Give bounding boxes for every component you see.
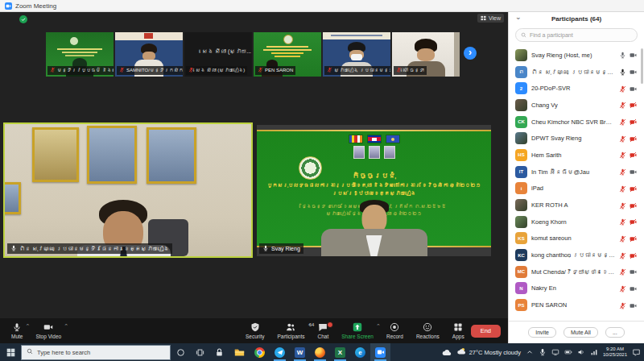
participant-row[interactable]: Koeng Khorn [509,214,644,230]
banner-portrait-2 [369,146,380,159]
toolbar-record-button[interactable]: Record [380,318,410,343]
chat-notification-dot [327,322,333,328]
avatar: N [515,282,527,294]
collapse-panel-icon[interactable]: ⌄ [515,13,522,21]
mute-all-button[interactable]: Mute All [564,327,598,338]
avatar: KS [515,232,527,244]
word-icon[interactable]: W [290,343,310,361]
participant-row[interactable]: 220-PDoP-SVR [509,80,644,97]
toolbar-share-screen-button[interactable]: Share Screen⌃ [335,318,380,343]
participant-search-input[interactable]: Find a participant [515,28,638,42]
weather-widget[interactable]: 27°C Mostly cloudy [456,346,521,358]
excel-icon[interactable]: X [330,343,350,361]
toolbar-stop-video-button[interactable]: Stop Video⌃ [29,318,68,343]
start-button[interactable] [0,343,21,361]
thumb-seal [70,37,78,45]
toolbar-chat-button[interactable]: Chat [311,318,335,343]
invite-button[interactable]: Invite [528,327,556,338]
participant-row[interactable]: KER ROTH A [509,197,644,214]
telegram-icon[interactable] [270,343,290,361]
action-center-icon[interactable] [632,348,641,357]
meeting-security-shield-icon[interactable] [19,15,27,23]
participant-status-icons [619,114,637,129]
video-thumbnail[interactable]: PEN SARON [254,32,321,77]
active-speaker-name-label: ពិន សុវណ្ណ ប្រធានមន្ទីរផែនការខេត្តស្វាយរ… [7,243,172,254]
banner-title: កិច្ចប្រជុំ [257,172,491,180]
participant-name: Chang Vy [531,102,615,109]
window-title: Zoom Meeting [15,2,56,10]
participant-row[interactable]: CKCheu Kimchor NBC SVR Branch [509,114,644,131]
participant-row[interactable]: HSHem Sarith [509,147,644,164]
file-explorer-icon[interactable] [229,343,250,361]
cortana-icon[interactable] [171,343,190,361]
participant-row[interactable]: Svay Rieng (Host, me) [509,47,644,64]
end-meeting-button[interactable]: End [471,325,501,338]
chrome-icon[interactable] [250,343,270,361]
thumb-face-mask [351,54,362,60]
main-video-left[interactable]: ពិន សុវណ្ណ ប្រធានមន្ទីរផែនការខេត្តស្វាយរ… [3,122,253,258]
thumb-center-name: សេង សីលា (ស្វាយ... [202,48,250,54]
lock-app-icon[interactable] [209,343,229,361]
video-thumbnail[interactable]: សេង សីលា (ស្វាយ...សេង សីលា (ស្វាយរៀង) [184,32,252,77]
toolbar-apps-button[interactable]: Apps [446,318,471,343]
participant-row[interactable]: PSPEN SARON [509,297,644,313]
share-screen-icon [353,322,362,333]
task-view-icon[interactable] [190,343,209,361]
wall-portrait-2 [87,126,137,184]
toolbar-security-button[interactable]: Security [239,318,270,343]
main-video-right[interactable]: កិច្ចប្រជុំ បូកសរុបលទ្ធផលការងារប្រចាំខែត… [257,125,491,256]
scrollbar-thumb[interactable] [641,48,643,84]
participant-row[interactable]: ITIn Tim អ៊ីនធីម@Jau [509,164,644,180]
chevron-up-icon[interactable] [526,348,534,356]
taskbar-clock[interactable]: 9:20 AM 10/25/2021 [603,346,627,358]
tray-mic-icon[interactable] [539,348,547,356]
participant-status-icons [619,64,637,79]
participant-row[interactable]: MCMut Chenda/វិទ្យាស្ថានខេត្តស្វាយរៀង [509,263,644,280]
battery-icon[interactable] [564,348,572,356]
camera-off-icon [630,131,637,146]
video-thumbnail[interactable]: មន្ទីរវប្បធម៌ និងស្វាយរៀង [46,32,114,77]
speaker-icon[interactable] [577,348,585,356]
mic-muted-icon [50,67,56,74]
camera-on-icon [630,81,637,96]
more-options-button[interactable]: ... [605,327,625,338]
participant-status-icons [619,147,637,162]
toolbar-reactions-button[interactable]: Reactions [410,318,446,343]
toolbar-mute-button[interactable]: Mute⌃ [5,318,29,343]
mic-muted-icon [619,131,626,146]
participant-row[interactable]: iiPad [509,180,644,197]
taskbar-search-input[interactable]: Type here to search [21,345,171,360]
participant-row[interactable]: KCkong chanthon ប្រធានមន្ទីរសុខាភិបាលខេត… [509,247,644,263]
zoom-icon[interactable] [370,343,390,361]
camera-on-icon [630,264,637,279]
participant-row[interactable]: ពពិន សុវណ្ណ ប្រធានមន្ទីរផែនការខេត្តស្វាយ… [509,64,644,81]
camera-off-icon [630,147,637,162]
participant-status-icons [619,198,637,213]
mic-muted-icon [396,67,402,74]
windows-taskbar: Type here to search WXe 27°C Mostly clou… [0,343,644,361]
view-button[interactable]: View [477,14,504,23]
firefox-icon[interactable] [310,343,330,361]
thumb-person-face [417,48,435,61]
search-icon [521,32,526,39]
tray-monitor-icon[interactable] [551,348,559,356]
next-page-button[interactable]: › [464,47,477,60]
participant-row[interactable]: DPWT Svay Rieng [509,130,644,147]
participant-row[interactable]: Chang Vy [509,97,644,114]
toolbar-participants-button[interactable]: Participants64⌃ [270,318,311,343]
mic-muted-icon [119,67,125,74]
participant-status-icons [619,298,637,313]
video-thumbnail[interactable]: ម៉ៅ ចន្ទា [392,32,460,77]
video-thumbnail[interactable]: SAMNITO/មន្ទីរកសិកម្ម [115,32,183,77]
network-signal-icon[interactable] [590,348,598,356]
thumb-door-frame [454,32,460,77]
participant-row[interactable]: KSkomut sareoun [509,230,644,247]
participant-name: KER ROTH A [531,201,615,209]
mic-muted-icon [327,67,332,74]
edge-icon[interactable]: e [350,343,370,361]
video-thumbnail[interactable]: ស្វាយរៀង ប្រធានមន្ទីរ... [323,32,390,77]
participant-row[interactable]: NNakry En [509,280,644,297]
chevron-up-icon[interactable]: ⌃ [64,324,68,329]
participant-status-icons [619,131,637,146]
onedrive-cloud-icon[interactable] [441,347,452,358]
